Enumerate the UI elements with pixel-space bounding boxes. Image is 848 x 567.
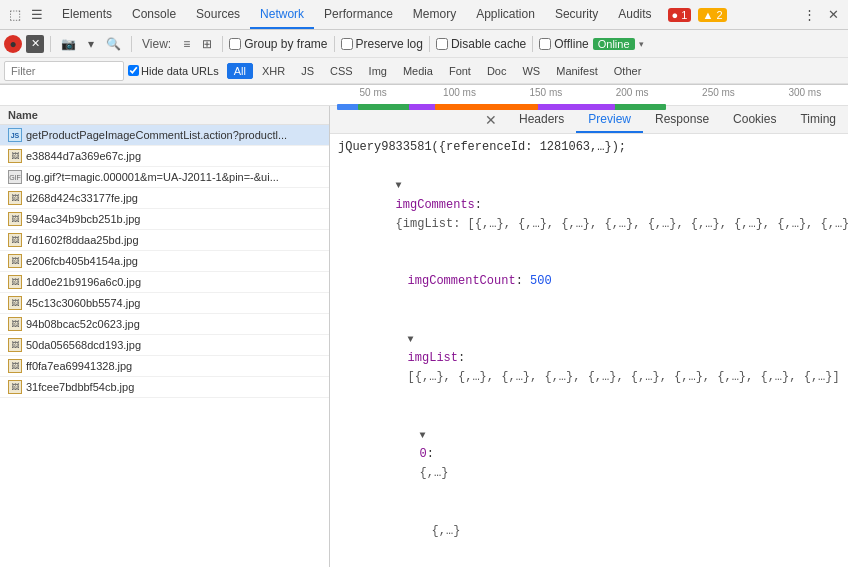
tab-network[interactable]: Network: [250, 0, 314, 29]
waterfall-overview: [332, 100, 846, 112]
filter-input[interactable]: [4, 61, 124, 81]
offline-checkbox[interactable]: [539, 38, 551, 50]
separator5: [429, 36, 430, 52]
timeline-labels-area: 50 ms 100 ms 150 ms 200 ms 250 ms 300 ms: [330, 85, 848, 105]
filter-js[interactable]: JS: [294, 63, 321, 79]
preserve-log-checkbox[interactable]: [341, 38, 353, 50]
file-item-5[interactable]: 🖼 7d1602f8ddaa25bd.jpg: [0, 230, 329, 251]
file-icon-0: JS: [8, 128, 22, 142]
devtools-icons: ⬚ ☰: [4, 4, 48, 26]
file-name-6: e206fcb405b4154a.jpg: [26, 255, 138, 267]
hide-data-urls-checkbox[interactable]: [128, 65, 139, 76]
filter-img[interactable]: Img: [362, 63, 394, 79]
json-line-1: jQuery9833581({referenceId: 1281063,…});: [338, 138, 840, 157]
more-options-icon[interactable]: ⋮: [798, 4, 820, 26]
json-line-6: {,…}: [338, 503, 840, 561]
camera-icon[interactable]: 📷: [57, 35, 80, 53]
file-item-4[interactable]: 🖼 594ac34b9bcb251b.jpg: [0, 209, 329, 230]
hide-data-urls-label[interactable]: Hide data URLs: [128, 65, 219, 77]
json-line-4[interactable]: ▼ imgList: [{,…}, {,…}, {,…}, {,…}, {,…}…: [338, 311, 840, 407]
filter-media[interactable]: Media: [396, 63, 440, 79]
tab-memory[interactable]: Memory: [403, 0, 466, 29]
tab-console[interactable]: Console: [122, 0, 186, 29]
filter-css[interactable]: CSS: [323, 63, 360, 79]
timeline-labels: 50 ms 100 ms 150 ms 200 ms 250 ms 300 ms: [330, 85, 848, 100]
file-icon-5: 🖼: [8, 233, 22, 247]
file-item-9[interactable]: 🖼 94b08bcac52c0623.jpg: [0, 314, 329, 335]
file-name-10: 50da056568dcd193.jpg: [26, 339, 141, 351]
file-item-7[interactable]: 🖼 1dd0e21b9196a6c0.jpg: [0, 272, 329, 293]
tab-sources[interactable]: Sources: [186, 0, 250, 29]
filter-ws[interactable]: WS: [515, 63, 547, 79]
right-content: jQuery9833581({referenceId: 1281063,…});…: [330, 134, 848, 567]
view-large-icon[interactable]: ⊞: [198, 35, 216, 53]
tab-audits[interactable]: Audits: [608, 0, 661, 29]
file-name-7: 1dd0e21b9196a6c0.jpg: [26, 276, 141, 288]
close-devtools-icon[interactable]: ✕: [822, 4, 844, 26]
search-icon[interactable]: 🔍: [102, 35, 125, 53]
clear-button[interactable]: ✕: [26, 35, 44, 53]
error-count-badge: ● 1: [668, 8, 692, 22]
network-toolbar: ● ✕ 📷 ▾ 🔍 View: ≡ ⊞ Group by frame Prese…: [0, 30, 848, 58]
filter-manifest[interactable]: Manifest: [549, 63, 605, 79]
file-item-1[interactable]: 🖼 e38844d7a369e67c.jpg: [0, 146, 329, 167]
disable-cache-checkbox[interactable]: [436, 38, 448, 50]
timeline-100ms: 100 ms: [416, 87, 502, 98]
view-list-icon[interactable]: ≡: [179, 35, 194, 53]
waterfall-bar-5: [435, 104, 538, 110]
json-line-2[interactable]: ▼ imgComments: {imgList: [{,…}, {,…}, {,…: [338, 157, 840, 253]
filter-xhr[interactable]: XHR: [255, 63, 292, 79]
timeline-header: 50 ms 100 ms 150 ms 200 ms 250 ms 300 ms: [0, 85, 848, 106]
tab-security[interactable]: Security: [545, 0, 608, 29]
json-line-7[interactable]: ▶ commentVo: {id: 13178506941, topped: 0…: [338, 560, 840, 567]
online-badge[interactable]: Online: [593, 38, 635, 50]
disable-cache-label[interactable]: Disable cache: [436, 37, 526, 51]
file-item-6[interactable]: 🖼 e206fcb405b4154a.jpg: [0, 251, 329, 272]
tab-application[interactable]: Application: [466, 0, 545, 29]
file-name-1: e38844d7a369e67c.jpg: [26, 150, 141, 162]
timeline-spacer: [0, 85, 330, 105]
filter-other[interactable]: Other: [607, 63, 649, 79]
inspect-icon[interactable]: ⬚: [4, 4, 26, 26]
filter-row: Hide data URLs All XHR JS CSS Img Media …: [0, 58, 848, 84]
separator2: [131, 36, 132, 52]
filter-types: All XHR JS CSS Img Media Font Doc WS Man…: [227, 63, 649, 79]
file-icon-7: 🖼: [8, 275, 22, 289]
filter-doc[interactable]: Doc: [480, 63, 514, 79]
preserve-log-label[interactable]: Preserve log: [341, 37, 423, 51]
file-item-0[interactable]: JS getProductPageImageCommentList.action…: [0, 125, 329, 146]
record-button[interactable]: ●: [4, 35, 22, 53]
file-name-8: 45c13c3060bb5574.jpg: [26, 297, 140, 309]
group-by-frame-checkbox[interactable]: [229, 38, 241, 50]
separator6: [532, 36, 533, 52]
filter-font[interactable]: Font: [442, 63, 478, 79]
file-name-11: ff0fa7ea69941328.jpg: [26, 360, 132, 372]
file-item-11[interactable]: 🖼 ff0fa7ea69941328.jpg: [0, 356, 329, 377]
tab-elements[interactable]: Elements: [52, 0, 122, 29]
filter-icon[interactable]: ▾: [84, 35, 98, 53]
file-item-3[interactable]: 🖼 d268d424c33177fe.jpg: [0, 188, 329, 209]
file-item-12[interactable]: 🖼 31fcee7bdbbf54cb.jpg: [0, 377, 329, 398]
separator1: [50, 36, 51, 52]
online-dropdown-arrow[interactable]: ▾: [639, 39, 644, 49]
close-panel-button[interactable]: ✕: [481, 110, 501, 130]
file-list[interactable]: JS getProductPageImageCommentList.action…: [0, 125, 329, 567]
tab-performance[interactable]: Performance: [314, 0, 403, 29]
json-line-5[interactable]: ▼ 0: {,…}: [338, 407, 840, 503]
file-list-header: Name: [0, 106, 329, 125]
file-name-0: getProductPageImageCommentList.action?pr…: [26, 129, 287, 141]
file-icon-8: 🖼: [8, 296, 22, 310]
filter-all[interactable]: All: [227, 63, 253, 79]
file-icon-4: 🖼: [8, 212, 22, 226]
file-item-10[interactable]: 🖼 50da056568dcd193.jpg: [0, 335, 329, 356]
json-line-3: imgCommentCount: 500: [338, 253, 840, 311]
file-item-2[interactable]: GIF log.gif?t=magic.000001&m=UA-J2011-1&…: [0, 167, 329, 188]
main-area: Name JS getProductPageImageCommentList.a…: [0, 106, 848, 567]
file-icon-2: GIF: [8, 170, 22, 184]
offline-label[interactable]: Offline: [539, 37, 588, 51]
view-label: View:: [138, 35, 175, 53]
device-icon[interactable]: ☰: [26, 4, 48, 26]
file-item-8[interactable]: 🖼 45c13c3060bb5574.jpg: [0, 293, 329, 314]
file-icon-10: 🖼: [8, 338, 22, 352]
group-by-frame-label[interactable]: Group by frame: [229, 37, 327, 51]
